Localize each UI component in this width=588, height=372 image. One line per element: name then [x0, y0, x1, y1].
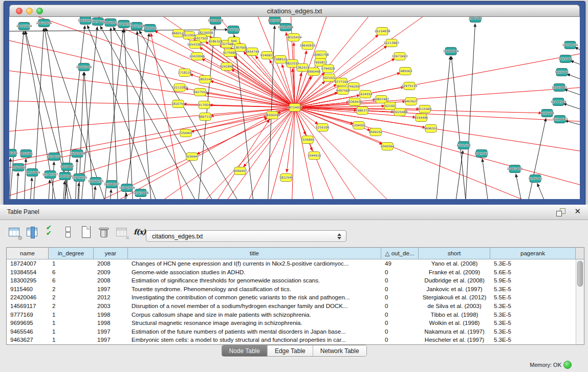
new-column-icon[interactable]: [80, 226, 94, 239]
table-cell: 1998: [94, 311, 128, 319]
table-cell: 1: [49, 259, 94, 268]
svg-text:7634447: 7634447: [185, 155, 199, 158]
table-cell: 19384554: [7, 268, 49, 277]
svg-text:8215958: 8215958: [540, 111, 554, 115]
column-header-out-de-[interactable]: △ out_de...: [381, 248, 419, 259]
table-row[interactable]: 946554611997Estimation of the future num…: [7, 327, 584, 336]
table-cell: 1998: [94, 319, 128, 327]
table-row[interactable]: 946362711997Embryonic stem cells: a mode…: [7, 336, 584, 344]
table-cell: 0: [381, 302, 419, 311]
memory-status-indicator: [563, 361, 572, 369]
table-tabs: Node TableEdge TableNetwork Table: [221, 345, 366, 357]
svg-text:6497568: 6497568: [336, 89, 350, 92]
svg-text:917004: 917004: [199, 103, 210, 106]
dropdown-stepper-icon: [337, 233, 341, 240]
table-cell: 5.3E-5: [490, 311, 576, 319]
column-header-pagerank[interactable]: pagerank: [490, 248, 576, 259]
window-titlebar[interactable]: citations_edges.txt: [9, 5, 580, 17]
svg-text:9327503: 9327503: [194, 36, 208, 40]
table-scrollbar[interactable]: [576, 259, 584, 344]
svg-text:19218596: 19218596: [278, 25, 294, 29]
svg-text:1812545: 1812545: [279, 176, 293, 179]
table-cell: Dudbridge et al. (2008): [419, 276, 490, 285]
network-canvas[interactable]: 1872400714055724206914061065328715276026…: [9, 17, 580, 199]
table-row[interactable]: 1830029562008Estimation of significance …: [7, 276, 584, 285]
scrollbar-thumb[interactable]: [577, 261, 583, 287]
table-row[interactable]: 977716911998Corpus callosum shape and si…: [7, 311, 584, 319]
table-cell: 5.3E-5: [490, 302, 576, 311]
table-row[interactable]: 1938455462009Genome-wide association stu…: [7, 268, 584, 277]
table-cell: 0: [381, 336, 419, 344]
delete-table-icon[interactable]: [116, 226, 129, 239]
svg-text:2087082: 2087082: [469, 17, 483, 20]
table-header-row: namein_degreeyeartitle△ out_de...shortpa…: [7, 248, 584, 259]
table-cell: 18300295: [7, 276, 49, 285]
svg-text:1810755: 1810755: [171, 102, 185, 105]
table-row[interactable]: 2242004622012Investigating the contribut…: [7, 293, 584, 302]
svg-text:1624554: 1624554: [359, 92, 373, 96]
svg-text:546: 546: [231, 39, 237, 42]
table-row[interactable]: 969969511998Structural magnetic resonanc…: [7, 319, 584, 327]
column-header-year[interactable]: year: [94, 248, 128, 259]
table-cell: 9699695: [7, 319, 49, 327]
function-builder-icon[interactable]: [134, 226, 147, 239]
memory-status-label: Memory: OK: [530, 362, 561, 368]
svg-text:16958107: 16958107: [104, 182, 120, 186]
svg-text:8427552: 8427552: [193, 90, 207, 94]
table-settings-icon[interactable]: [8, 226, 22, 239]
header-scroll-corner: [576, 248, 584, 259]
tab-network-table[interactable]: Network Table: [313, 345, 366, 356]
table-cell: Tourette syndrome. Phenomenology and cla…: [128, 285, 381, 294]
svg-text:9777169: 9777169: [335, 80, 349, 83]
table-cell: 49: [381, 259, 419, 268]
clear-selection-icon[interactable]: [62, 226, 76, 239]
svg-text:9227342: 9227342: [555, 70, 569, 74]
table-cell: 9115460: [7, 285, 49, 294]
table-cell: 22420046: [7, 293, 49, 302]
svg-text:1621022: 1621022: [322, 76, 336, 79]
svg-text:9340064: 9340064: [381, 144, 395, 148]
svg-text:8912954: 8912954: [182, 33, 196, 37]
svg-text:1588520: 1588520: [274, 57, 288, 61]
svg-text:7857224: 7857224: [227, 28, 241, 31]
table-cell: 5.6E-5: [490, 268, 576, 277]
float-panel-icon[interactable]: [556, 208, 565, 216]
column-header-in-degree[interactable]: in_degree: [49, 248, 94, 259]
table-select-dropdown[interactable]: citations_edges.txt: [146, 230, 346, 242]
tab-node-table[interactable]: Node Table: [222, 345, 268, 356]
table-cell: Structural magnetic resonance image aver…: [128, 319, 381, 327]
svg-text:62160: 62160: [385, 104, 395, 107]
svg-text:8990448: 8990448: [307, 70, 321, 73]
table-cell: 14569117: [7, 302, 49, 311]
table-row[interactable]: 911546021997Tourette syndrome. Phenomeno…: [7, 285, 584, 294]
svg-text:12923448: 12923448: [133, 191, 149, 194]
table-row[interactable]: 1872400712008Changes of HCN gene express…: [7, 259, 584, 268]
column-header-title[interactable]: title: [128, 248, 381, 259]
network-canvas-wrap[interactable]: 1872400714055724206914061065328715276026…: [9, 17, 580, 199]
table-cell: 5.3E-5: [490, 259, 576, 268]
svg-text:9975887: 9975887: [60, 165, 74, 168]
select-rows-icon[interactable]: [44, 226, 58, 239]
svg-text:9115460: 9115460: [418, 107, 432, 111]
svg-text:2803144: 2803144: [199, 77, 212, 81]
table-cell: 2009: [94, 268, 128, 277]
svg-text:1527602: 1527602: [91, 19, 105, 23]
column-header-name[interactable]: name: [7, 248, 49, 259]
tab-edge-table[interactable]: Edge Table: [268, 345, 313, 356]
table-cell: Yano et al. (2008): [419, 259, 490, 268]
column-edit-icon[interactable]: [26, 226, 40, 239]
svg-text:12093882: 12093882: [552, 85, 568, 89]
svg-text:12975115: 12975115: [402, 84, 418, 87]
svg-text:16154838: 16154838: [375, 29, 390, 33]
table-cell: Changes of HCN gene expression and I(f) …: [128, 259, 381, 268]
column-header-short[interactable]: short: [419, 248, 490, 259]
close-panel-icon[interactable]: ✕: [574, 207, 581, 216]
table-select-value: citations_edges.txt: [152, 233, 203, 240]
table-row[interactable]: 1456911722003Disruption of a novel membe…: [7, 302, 584, 311]
svg-text:1145194: 1145194: [58, 174, 72, 178]
table-body: 1872400712008Changes of HCN gene express…: [7, 259, 584, 344]
delete-column-icon[interactable]: [98, 226, 112, 239]
svg-text:12505135: 12505135: [72, 176, 88, 179]
svg-text:9327548: 9327548: [220, 42, 234, 46]
svg-text:8454749: 8454749: [246, 50, 259, 53]
